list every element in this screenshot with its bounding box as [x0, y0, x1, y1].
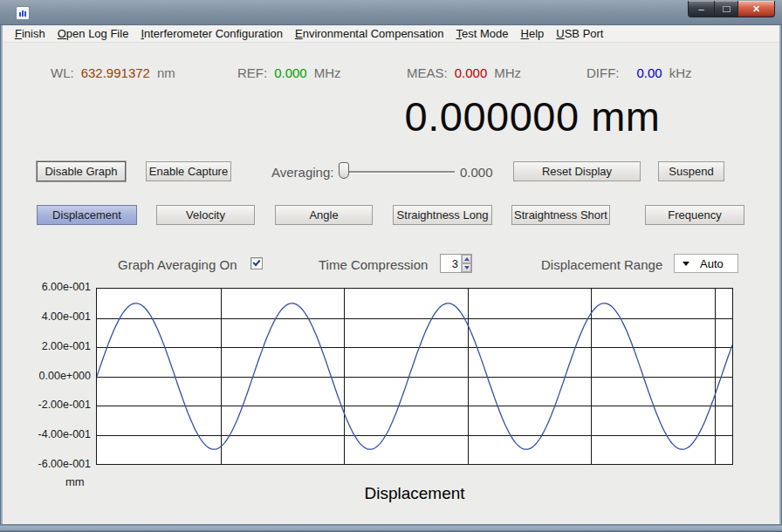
menu-item-test-mode[interactable]: Test Mode [450, 27, 515, 40]
ref-label: REF: [237, 65, 267, 80]
chart-title: Displacement [96, 484, 733, 503]
graph-averaging-label: Graph Averaging On [118, 257, 237, 272]
title-bar[interactable]: – ✕ [0, 0, 782, 25]
window-frame-bottom [0, 524, 782, 532]
y-tick-label: 6.00e-001 [21, 281, 91, 293]
minimize-button[interactable]: – [688, 1, 715, 17]
diff-unit: kHz [669, 65, 692, 80]
y-tick-label: -2.00e-001 [21, 399, 91, 411]
menu-item-finish[interactable]: Finish [9, 27, 51, 40]
tab-velocity[interactable]: Velocity [156, 205, 255, 225]
meas-label: MEAS: [407, 65, 448, 80]
averaging-slider-thumb[interactable] [339, 162, 349, 179]
spin-up-button[interactable] [462, 255, 471, 263]
time-compression-label: Time Compression [319, 257, 428, 272]
wl-unit: nm [157, 65, 175, 80]
y-tick-label: -6.00e-001 [21, 458, 91, 470]
y-tick-label: 0.00e+000 [21, 370, 91, 382]
readout-diff: DIFF: 0.00 kHz [586, 64, 692, 81]
ref-value: 0.000 [274, 65, 307, 80]
menu-item-interferometer-configuration[interactable]: Interferometer Configuration [134, 27, 289, 40]
disable-graph-button[interactable]: Disable Graph [37, 161, 126, 181]
arrow-down-icon [464, 266, 470, 269]
y-tick-label: -4.00e-001 [21, 428, 91, 440]
app-window: – ✕ Finish Open Log File Interferometer … [0, 0, 782, 532]
chart-plot-area [96, 288, 733, 465]
menu-item-open-log-file[interactable]: Open Log File [51, 27, 135, 40]
meas-unit: MHz [494, 65, 521, 80]
displacement-range-value: Auto [700, 257, 724, 270]
y-tick-label: 4.00e-001 [21, 310, 91, 323]
averaging-slider-track[interactable] [348, 171, 455, 173]
displacement-readout: 0.000000 mm [358, 92, 707, 140]
averaging-value: 0.000 [460, 165, 493, 180]
close-icon: ✕ [752, 3, 760, 15]
meas-value: 0.000 [455, 65, 488, 80]
arrow-up-icon [464, 257, 470, 261]
enable-capture-button[interactable]: Enable Capture [146, 161, 231, 181]
tab-straightness-long[interactable]: Straightness Long [393, 205, 492, 225]
window-controls: – ✕ [688, 1, 775, 17]
tab-frequency[interactable]: Frequency [645, 205, 744, 225]
displacement-chart [97, 289, 732, 464]
time-compression-value: 3 [441, 255, 461, 272]
reset-display-button[interactable]: Reset Display [513, 161, 641, 181]
tab-displacement[interactable]: Displacement [37, 205, 137, 225]
graph-averaging-checkbox[interactable] [250, 257, 263, 269]
spin-down-button[interactable] [462, 263, 471, 272]
diff-label: DIFF: [586, 65, 620, 80]
readout-wavelength: WL: 632.991372 nm [51, 64, 175, 81]
chevron-down-icon [683, 262, 689, 266]
menu-item-help[interactable]: Help [515, 27, 551, 40]
close-button[interactable]: ✕ [737, 1, 775, 17]
tab-straightness-short[interactable]: Straightness Short [511, 205, 610, 225]
readout-meas: MEAS: 0.000 MHz [407, 64, 521, 81]
maximize-icon [723, 6, 731, 12]
suspend-button[interactable]: Suspend [658, 161, 724, 181]
readout-ref: REF: 0.000 MHz [237, 64, 341, 81]
spin-buttons [461, 255, 471, 272]
menu-bar: Finish Open Log File Interferometer Conf… [3, 25, 779, 43]
y-axis-labels: 6.00e-0014.00e-0012.00e-0010.00e+000-2.0… [21, 288, 91, 465]
minimize-icon: – [698, 3, 703, 14]
checkmark-icon [252, 258, 260, 266]
sine-wave [97, 304, 732, 449]
ref-unit: MHz [314, 65, 341, 80]
wl-value: 632.991372 [81, 65, 150, 80]
averaging-label: Averaging: [271, 165, 333, 180]
wl-label: WL: [51, 65, 74, 80]
window-frame-left [0, 0, 3, 532]
diff-value: 0.00 [637, 65, 662, 80]
y-tick-label: 2.00e-001 [21, 340, 91, 352]
displacement-range-label: Displacement Range [541, 257, 662, 272]
maximize-button[interactable] [715, 1, 737, 17]
y-axis-unit-label: mm [65, 475, 85, 488]
app-icon [16, 6, 30, 20]
tab-angle[interactable]: Angle [275, 205, 373, 225]
menu-item-usb-port[interactable]: USB Port [550, 27, 609, 40]
menu-item-environmental-compensation[interactable]: Environmental Compensation [289, 27, 450, 40]
displacement-range-dropdown[interactable]: Auto [674, 254, 738, 273]
time-compression-stepper[interactable]: 3 [440, 254, 472, 273]
